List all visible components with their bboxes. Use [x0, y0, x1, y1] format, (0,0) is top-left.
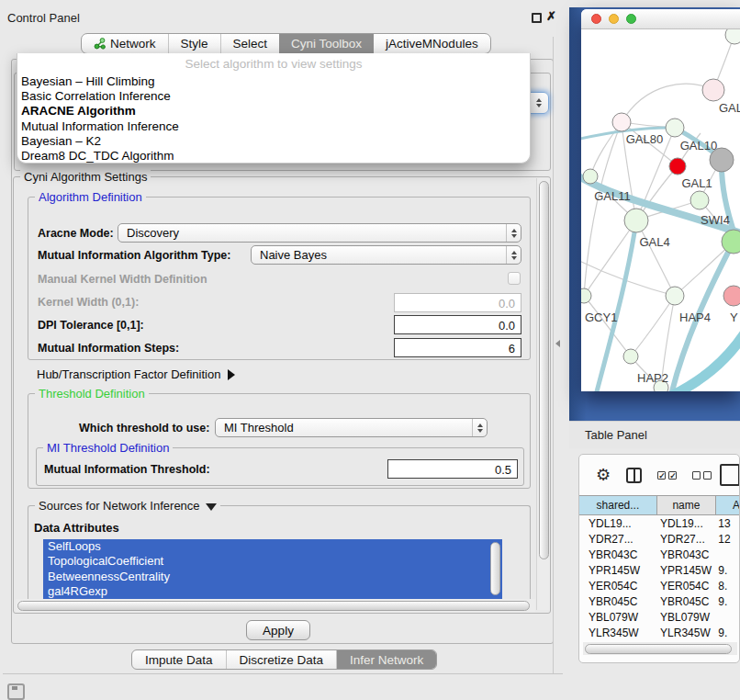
- node-label: SWI4: [701, 213, 730, 227]
- node-gal[interactable]: [702, 79, 724, 101]
- node-gal10[interactable]: [666, 119, 684, 137]
- table-row[interactable]: YLR345WYLR345W9.: [579, 625, 739, 640]
- column-header-shared-name[interactable]: shared...: [579, 496, 656, 514]
- node-gal11[interactable]: [583, 169, 598, 184]
- aracne-mode-combobox[interactable]: Discovery: [118, 223, 521, 243]
- gear-icon[interactable]: ⚙: [596, 467, 611, 483]
- table-horizontal-scrollbar[interactable]: [583, 642, 737, 655]
- collapsed-panel-icon[interactable]: [7, 683, 25, 700]
- table-row[interactable]: YBR045CYBR045C9.: [579, 593, 739, 609]
- dropdown-item-aracne[interactable]: ARACNE Algorithm: [17, 104, 530, 119]
- kernel-width-field[interactable]: 0.0: [394, 293, 521, 312]
- settings-vertical-scrollbar[interactable]: [536, 178, 550, 610]
- mi-type-label: Mutual Information Algorithm Type:: [38, 249, 230, 262]
- table-row[interactable]: YBL079WYBL079W: [579, 609, 739, 625]
- collapse-arrow-icon: [206, 503, 217, 511]
- table-panel-titlebar: Table Panel: [569, 421, 740, 448]
- node-gal4[interactable]: [624, 209, 648, 232]
- tab-style[interactable]: Style: [168, 34, 220, 53]
- which-threshold-combobox[interactable]: MI Threshold: [215, 418, 488, 437]
- table-row[interactable]: YBR043CYBR043C: [579, 547, 739, 562]
- dropdown-item[interactable]: Mutual Information Inference: [17, 119, 530, 134]
- dropdown-item[interactable]: Bayesian – Hill Climbing: [17, 74, 530, 89]
- tab-discretize-data[interactable]: Discretize Data: [226, 650, 337, 669]
- list-item[interactable]: BetweennessCentrality: [43, 570, 502, 584]
- node-label: GCY1: [585, 310, 617, 324]
- manual-kernel-checkbox[interactable]: [508, 272, 521, 285]
- expand-arrow-icon: [228, 369, 235, 380]
- mi-algorithm-type-combobox[interactable]: Naive Bayes: [251, 245, 521, 265]
- manual-kernel-label: Manual Kernel Width Definition: [38, 273, 207, 286]
- table-row[interactable]: YDR27...YDR27...12: [579, 531, 739, 547]
- table-row[interactable]: YDL19...YDL19...13: [579, 515, 739, 531]
- network-view-window[interactable]: GAL GAL80 GAL10 GAL1 GAL11 SWI4 GAL4 GCY…: [581, 9, 740, 391]
- list-item[interactable]: TopologicalCoefficient: [43, 554, 502, 569]
- node-label: HAP2: [637, 371, 668, 385]
- table-export-icon[interactable]: [720, 464, 740, 486]
- list-item[interactable]: SelfLoops: [43, 539, 502, 554]
- sources-group-title[interactable]: Sources for Network Inference: [35, 499, 220, 513]
- node-hap4[interactable]: [666, 287, 684, 305]
- column-header-name[interactable]: name: [656, 496, 715, 514]
- select-all-icon[interactable]: ✓✓: [657, 471, 677, 480]
- application-window: Control Panel ✗ Network Style Select Cyn…: [0, 0, 740, 700]
- algorithm-definition-group: Algorithm Definition Aracne Mode: Discov…: [28, 197, 531, 360]
- node-gal80[interactable]: [612, 113, 631, 131]
- close-window-icon[interactable]: [591, 14, 601, 24]
- tab-select[interactable]: Select: [220, 34, 280, 53]
- node-unlabeled[interactable]: [725, 29, 740, 44]
- node-label: GAL4: [639, 235, 669, 249]
- apply-button[interactable]: Apply: [246, 620, 310, 640]
- node-hap2[interactable]: [623, 349, 638, 364]
- dpi-tolerance-field[interactable]: 0.0: [394, 315, 521, 334]
- tab-network[interactable]: Network: [82, 34, 168, 53]
- table-row[interactable]: YPR145WYPR145W9.: [579, 562, 739, 578]
- deselect-all-icon[interactable]: [692, 471, 712, 480]
- mi-threshold-group: MI Threshold Definition Mutual Informati…: [36, 447, 524, 486]
- tab-cyni-toolbox[interactable]: Cyni Toolbox: [279, 34, 374, 53]
- which-threshold-label: Which threshold to use:: [79, 422, 209, 435]
- control-panel-tabbar: Network Style Select Cyni Toolbox jActiv…: [81, 33, 491, 54]
- node-label: GAL10: [680, 139, 717, 152]
- node-gal1[interactable]: [690, 191, 709, 209]
- network-window-titlebar[interactable]: [581, 9, 740, 29]
- settings-horizontal-scrollbar[interactable]: [16, 599, 535, 612]
- network-canvas[interactable]: GAL GAL80 GAL10 GAL1 GAL11 SWI4 GAL4 GCY…: [581, 29, 740, 391]
- column-selector-icon[interactable]: [626, 468, 642, 483]
- dropdown-item[interactable]: Dream8 DC_TDC Algorithm: [17, 149, 530, 164]
- table-row[interactable]: YER054CYER054C8.: [579, 578, 739, 593]
- bottom-tabbar: Impute Data Discretize Data Infer Networ…: [131, 649, 437, 670]
- tab-jactivemnodules[interactable]: jActiveMNodules: [374, 34, 490, 53]
- node-gcy1[interactable]: [581, 288, 591, 303]
- tab-infer-network[interactable]: Infer Network: [336, 650, 436, 669]
- dropdown-item[interactable]: Basic Correlation Inference: [17, 89, 530, 104]
- minimize-window-icon[interactable]: [609, 14, 619, 24]
- scrollbar-thumb[interactable]: [17, 601, 530, 611]
- float-panel-icon[interactable]: [532, 13, 542, 23]
- table-toolbar: ⚙ ✓✓: [579, 455, 739, 495]
- dropdown-item[interactable]: Bayesian – K2: [17, 134, 530, 149]
- mi-threshold-field[interactable]: 0.5: [387, 459, 518, 479]
- node-pink[interactable]: [723, 286, 740, 306]
- data-attributes-list[interactable]: SelfLoops TopologicalCoefficient Between…: [43, 539, 502, 600]
- close-panel-icon[interactable]: ✗: [546, 9, 556, 23]
- zoom-window-icon[interactable]: [626, 14, 636, 24]
- column-header-partial[interactable]: A: [715, 496, 739, 514]
- mi-threshold-label: Mutual Information Threshold:: [44, 463, 210, 476]
- dropdown-hint: Select algorithm to view settings: [17, 56, 530, 74]
- tab-impute-data[interactable]: Impute Data: [132, 650, 226, 669]
- inference-algorithm-combobox-fragment[interactable]: [529, 92, 549, 114]
- divider-collapse-arrow-icon[interactable]: [555, 340, 560, 347]
- list-scrollbar[interactable]: [490, 542, 500, 595]
- threshold-definition-group: Threshold Definition Which threshold to …: [28, 393, 531, 489]
- node-red[interactable]: [669, 158, 686, 175]
- panel-divider[interactable]: [553, 37, 554, 673]
- aracne-mode-label: Aracne Mode:: [38, 227, 114, 240]
- list-item[interactable]: gal4RGexp: [43, 584, 502, 599]
- control-panel-title: Control Panel: [7, 11, 80, 25]
- scrollbar-thumb[interactable]: [539, 181, 549, 559]
- algorithm-dropdown-popup: Select algorithm to view settings Bayesi…: [17, 53, 531, 164]
- scrollbar-thumb[interactable]: [585, 644, 732, 654]
- hub-section-toggle[interactable]: Hub/Transcription Factor Definition: [37, 367, 235, 381]
- mi-steps-field[interactable]: 6: [394, 338, 521, 357]
